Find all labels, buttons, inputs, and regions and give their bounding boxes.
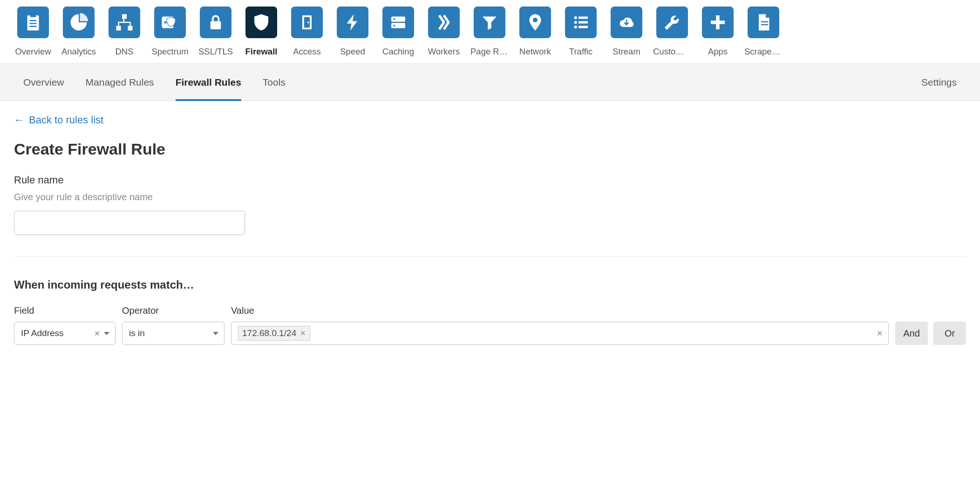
chevron-down-icon (104, 332, 109, 335)
value-clear-icon[interactable]: ✕ (877, 329, 883, 338)
nav-label: Traffic (569, 47, 592, 57)
shield-icon (245, 7, 277, 38)
nav-label: Spectrum (151, 47, 188, 57)
nav-label: Custom P… (653, 47, 691, 57)
nav-label: Access (293, 47, 321, 57)
nav-item-wrench[interactable]: Custom P… (653, 7, 691, 63)
door-icon (291, 7, 323, 38)
page-title: Create Firewall Rule (14, 140, 966, 158)
nav-label: Apps (708, 47, 728, 57)
field-select-value: IP Address (21, 328, 94, 338)
nav-item-door[interactable]: Access (288, 7, 326, 63)
rule-name-input[interactable] (14, 211, 245, 235)
nav-item-cloud[interactable]: Stream (607, 7, 646, 63)
operator-label: Operator (122, 305, 225, 316)
field-column: Field IP Address ✕ (14, 305, 116, 345)
server-shield-icon (154, 7, 186, 38)
nav-label: Workers (428, 47, 460, 57)
nav-item-marker[interactable]: Network (516, 7, 554, 63)
nav-label: Network (519, 47, 551, 57)
workers-icon (428, 7, 460, 38)
pie-icon (63, 7, 95, 38)
nav-item-funnel[interactable]: Page Rules (470, 7, 509, 63)
rule-name-help: Give your rule a descriptive name (14, 192, 966, 202)
arrow-left-icon: ← (14, 114, 24, 126)
match-heading: When incoming requests match… (14, 278, 966, 291)
field-label: Field (14, 305, 116, 316)
nav-label: Page Rules (470, 47, 509, 57)
nav-item-pie[interactable]: Analytics (60, 7, 98, 63)
chip-remove-icon[interactable]: ✕ (300, 329, 306, 337)
nav-label: Speed (340, 47, 365, 57)
nav-item-clipboard[interactable]: Overview (14, 7, 52, 63)
lock-icon (200, 7, 231, 38)
nav-label: Caching (382, 47, 414, 57)
value-label: Value (231, 305, 889, 316)
nav-label: Overview (15, 47, 51, 57)
top-nav: OverviewAnalyticsDNSSpectrumSSL/TLSFirew… (0, 0, 980, 64)
nav-item-server-shield[interactable]: Spectrum (151, 7, 189, 63)
nav-item-shield[interactable]: Firewall (242, 7, 280, 63)
sitemap-icon (109, 7, 140, 38)
sub-tab[interactable]: Overview (23, 64, 64, 101)
condition-row: Field IP Address ✕ Operator is in Value … (14, 305, 966, 345)
clipboard-icon (17, 7, 49, 38)
sub-tab[interactable]: Firewall Rules (176, 64, 241, 101)
settings-link[interactable]: Settings (921, 77, 957, 88)
field-clear-icon[interactable]: ✕ (94, 329, 100, 338)
nav-item-workers[interactable]: Workers (425, 7, 463, 63)
nav-item-lock[interactable]: SSL/TLS (197, 7, 235, 63)
value-column: Value 172.68.0.1/24✕✕ (231, 305, 889, 345)
nav-label: SSL/TLS (198, 47, 233, 57)
field-select[interactable]: IP Address ✕ (14, 322, 116, 345)
nav-label: Scrape S… (744, 47, 783, 57)
operator-column: Operator is in (122, 305, 225, 345)
list-icon (565, 7, 597, 38)
logic-buttons: And Or (895, 322, 966, 345)
nav-item-doc[interactable]: Scrape S… (744, 7, 783, 63)
cloud-icon (611, 7, 642, 38)
nav-item-drive[interactable]: Caching (379, 7, 417, 63)
divider (14, 256, 966, 257)
nav-item-sitemap[interactable]: DNS (105, 7, 143, 63)
nav-label: Analytics (61, 47, 96, 57)
funnel-icon (474, 7, 505, 38)
or-button[interactable]: Or (933, 322, 966, 345)
drive-icon (382, 7, 414, 38)
bolt-icon (337, 7, 368, 38)
nav-label: DNS (115, 47, 133, 57)
operator-select[interactable]: is in (122, 322, 225, 345)
operator-select-value: is in (129, 328, 213, 338)
nav-item-list[interactable]: Traffic (562, 7, 600, 63)
value-chip: 172.68.0.1/24✕ (238, 326, 310, 341)
plus-icon (702, 7, 734, 38)
rule-name-label: Rule name (14, 174, 966, 186)
rule-name-field-group: Rule name Give your rule a descriptive n… (14, 174, 966, 235)
and-button[interactable]: And (895, 322, 928, 345)
value-chip-text: 172.68.0.1/24 (242, 328, 296, 338)
marker-icon (519, 7, 551, 38)
nav-label: Firewall (245, 47, 278, 57)
back-link-text: Back to rules list (29, 114, 103, 126)
sub-tab[interactable]: Tools (263, 64, 286, 101)
content: ← Back to rules list Create Firewall Rul… (0, 101, 980, 364)
back-link[interactable]: ← Back to rules list (14, 114, 103, 126)
nav-label: Stream (612, 47, 640, 57)
nav-item-plus[interactable]: Apps (699, 7, 737, 63)
nav-item-bolt[interactable]: Speed (333, 7, 372, 63)
sub-tabs: OverviewManaged RulesFirewall RulesTools… (0, 64, 980, 101)
chevron-down-icon (213, 332, 218, 335)
value-input[interactable]: 172.68.0.1/24✕✕ (231, 322, 889, 345)
sub-tab[interactable]: Managed Rules (86, 64, 154, 101)
wrench-icon (656, 7, 688, 38)
doc-icon (748, 7, 779, 38)
